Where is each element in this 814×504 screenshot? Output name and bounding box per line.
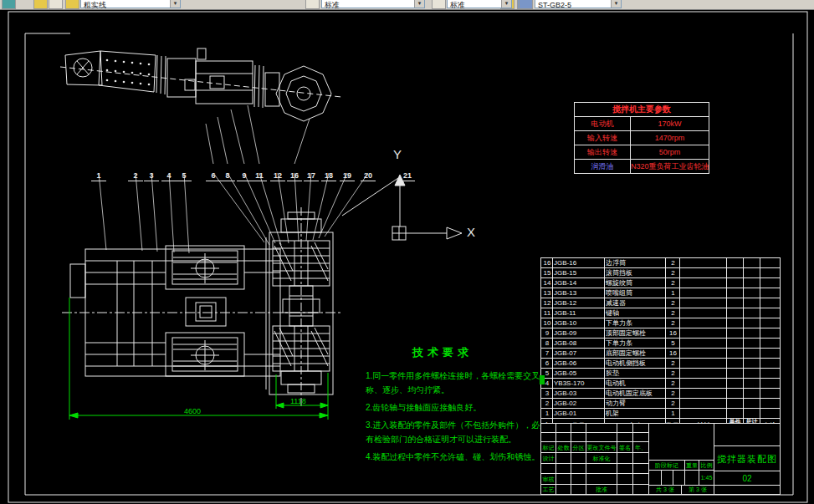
cad-application-window: 粗实线 ▾ 标准 ▾ 标准 ▾ ST-GB2-5 ▾ [0, 0, 814, 504]
app-icon[interactable] [2, 0, 16, 9]
styles-toolbar: 粗实线 ▾ 标准 ▾ 标准 ▾ ST-GB2-5 ▾ [0, 0, 814, 10]
table-style-icon[interactable] [519, 0, 533, 9]
text-style-combo[interactable]: 标准 ▾ [321, 0, 425, 8]
dim-style-value: 标准 [450, 1, 465, 9]
layer-states-icon[interactable] [49, 0, 63, 9]
table-style-value: ST-GB2-5 [538, 1, 571, 9]
chevron-down-icon[interactable]: ▾ [170, 0, 180, 8]
dim-style-combo[interactable]: 标准 ▾ [447, 0, 512, 8]
chevron-down-icon[interactable]: ▾ [501, 0, 511, 8]
chevron-down-icon[interactable]: ▾ [611, 0, 621, 8]
dim-style-icon[interactable] [432, 0, 446, 9]
layer-combo-value: 粗实线 [84, 1, 106, 9]
text-style-value: 标准 [325, 1, 340, 9]
layer-combo[interactable]: 粗实线 ▾ [80, 0, 181, 8]
drawing-line-art [0, 9, 814, 504]
layer-bulb-icon[interactable] [65, 0, 79, 9]
layers-icon[interactable] [33, 0, 48, 9]
text-style-icon[interactable] [305, 0, 320, 9]
chevron-down-icon[interactable]: ▾ [414, 0, 424, 8]
table-style-combo[interactable]: ST-GB2-5 ▾ [535, 0, 622, 8]
drawing-canvas[interactable]: 123456891112161718192021 Y X 4600 1118 搅… [0, 9, 814, 504]
